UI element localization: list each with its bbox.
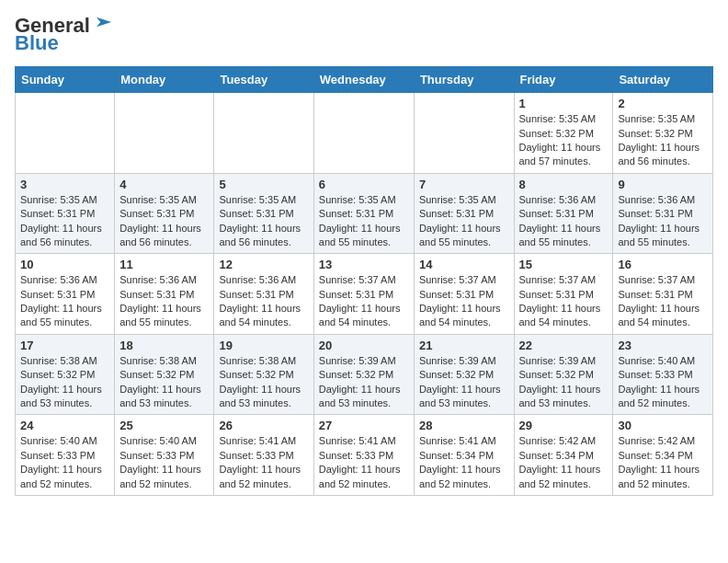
- calendar-week-3: 10Sunrise: 5:36 AM Sunset: 5:31 PM Dayli…: [16, 254, 713, 335]
- calendar-cell: 28Sunrise: 5:41 AM Sunset: 5:34 PM Dayli…: [414, 415, 514, 496]
- day-number: 7: [419, 178, 509, 191]
- weekday-header-sunday: Sunday: [16, 67, 115, 93]
- calendar-week-5: 24Sunrise: 5:40 AM Sunset: 5:33 PM Dayli…: [16, 415, 713, 496]
- day-info: Sunrise: 5:40 AM Sunset: 5:33 PM Dayligh…: [20, 434, 109, 491]
- day-number: 2: [618, 97, 708, 110]
- day-info: Sunrise: 5:35 AM Sunset: 5:31 PM Dayligh…: [419, 193, 509, 250]
- day-info: Sunrise: 5:39 AM Sunset: 5:32 PM Dayligh…: [419, 354, 509, 411]
- day-info: Sunrise: 5:35 AM Sunset: 5:32 PM Dayligh…: [519, 112, 609, 169]
- day-info: Sunrise: 5:38 AM Sunset: 5:32 PM Dayligh…: [219, 354, 308, 411]
- day-number: 11: [119, 258, 209, 271]
- calendar-cell: 21Sunrise: 5:39 AM Sunset: 5:32 PM Dayli…: [414, 334, 514, 415]
- day-info: Sunrise: 5:38 AM Sunset: 5:32 PM Dayligh…: [119, 354, 209, 411]
- calendar-cell: 25Sunrise: 5:40 AM Sunset: 5:33 PM Dayli…: [115, 415, 214, 496]
- day-number: 18: [119, 339, 209, 352]
- day-info: Sunrise: 5:36 AM Sunset: 5:31 PM Dayligh…: [618, 193, 708, 250]
- calendar-body: 1Sunrise: 5:35 AM Sunset: 5:32 PM Daylig…: [16, 93, 713, 496]
- day-info: Sunrise: 5:37 AM Sunset: 5:31 PM Dayligh…: [419, 273, 509, 330]
- day-info: Sunrise: 5:37 AM Sunset: 5:31 PM Dayligh…: [319, 273, 409, 330]
- day-number: 16: [618, 258, 708, 271]
- calendar-cell: 26Sunrise: 5:41 AM Sunset: 5:33 PM Dayli…: [214, 415, 313, 496]
- day-number: 30: [618, 419, 708, 432]
- day-number: 29: [519, 419, 609, 432]
- page-header: General Blue: [15, 15, 713, 55]
- day-number: 19: [219, 339, 308, 352]
- day-info: Sunrise: 5:38 AM Sunset: 5:32 PM Dayligh…: [20, 354, 109, 411]
- day-info: Sunrise: 5:35 AM Sunset: 5:31 PM Dayligh…: [119, 193, 209, 250]
- weekday-header-thursday: Thursday: [414, 67, 514, 93]
- day-number: 28: [419, 419, 509, 432]
- calendar-cell: [115, 93, 214, 174]
- calendar-cell: 11Sunrise: 5:36 AM Sunset: 5:31 PM Dayli…: [115, 254, 214, 335]
- day-number: 8: [519, 178, 609, 191]
- calendar-cell: 24Sunrise: 5:40 AM Sunset: 5:33 PM Dayli…: [16, 415, 115, 496]
- weekday-header-tuesday: Tuesday: [214, 67, 313, 93]
- calendar-cell: 3Sunrise: 5:35 AM Sunset: 5:31 PM Daylig…: [16, 173, 115, 254]
- day-number: 3: [20, 178, 109, 191]
- day-number: 24: [20, 419, 109, 432]
- day-info: Sunrise: 5:35 AM Sunset: 5:31 PM Dayligh…: [20, 193, 109, 250]
- day-info: Sunrise: 5:41 AM Sunset: 5:33 PM Dayligh…: [319, 434, 409, 491]
- day-info: Sunrise: 5:35 AM Sunset: 5:32 PM Dayligh…: [618, 112, 708, 169]
- day-number: 6: [319, 178, 409, 191]
- calendar-cell: 23Sunrise: 5:40 AM Sunset: 5:33 PM Dayli…: [613, 334, 713, 415]
- calendar-week-2: 3Sunrise: 5:35 AM Sunset: 5:31 PM Daylig…: [16, 173, 713, 254]
- day-number: 12: [219, 258, 308, 271]
- calendar-cell: 10Sunrise: 5:36 AM Sunset: 5:31 PM Dayli…: [16, 254, 115, 335]
- day-info: Sunrise: 5:35 AM Sunset: 5:31 PM Dayligh…: [319, 193, 409, 250]
- day-info: Sunrise: 5:36 AM Sunset: 5:31 PM Dayligh…: [219, 273, 308, 330]
- day-info: Sunrise: 5:40 AM Sunset: 5:33 PM Dayligh…: [119, 434, 209, 491]
- svg-marker-0: [97, 17, 111, 27]
- weekday-header-saturday: Saturday: [613, 67, 713, 93]
- day-number: 14: [419, 258, 509, 271]
- calendar-cell: 30Sunrise: 5:42 AM Sunset: 5:34 PM Dayli…: [613, 415, 713, 496]
- day-number: 21: [419, 339, 509, 352]
- day-number: 23: [618, 339, 708, 352]
- calendar-cell: 2Sunrise: 5:35 AM Sunset: 5:32 PM Daylig…: [613, 93, 713, 174]
- day-info: Sunrise: 5:41 AM Sunset: 5:33 PM Dayligh…: [219, 434, 308, 491]
- day-number: 1: [519, 97, 609, 110]
- day-number: 17: [20, 339, 109, 352]
- day-info: Sunrise: 5:40 AM Sunset: 5:33 PM Dayligh…: [618, 354, 708, 411]
- calendar-cell: 16Sunrise: 5:37 AM Sunset: 5:31 PM Dayli…: [613, 254, 713, 335]
- weekday-header-friday: Friday: [514, 67, 613, 93]
- day-info: Sunrise: 5:39 AM Sunset: 5:32 PM Dayligh…: [319, 354, 409, 411]
- day-number: 22: [519, 339, 609, 352]
- calendar-cell: 5Sunrise: 5:35 AM Sunset: 5:31 PM Daylig…: [214, 173, 313, 254]
- calendar-cell: 27Sunrise: 5:41 AM Sunset: 5:33 PM Dayli…: [313, 415, 414, 496]
- calendar-cell: 14Sunrise: 5:37 AM Sunset: 5:31 PM Dayli…: [414, 254, 514, 335]
- calendar-week-1: 1Sunrise: 5:35 AM Sunset: 5:32 PM Daylig…: [16, 93, 713, 174]
- day-info: Sunrise: 5:36 AM Sunset: 5:31 PM Dayligh…: [119, 273, 209, 330]
- day-info: Sunrise: 5:37 AM Sunset: 5:31 PM Dayligh…: [519, 273, 609, 330]
- day-number: 5: [219, 178, 308, 191]
- day-info: Sunrise: 5:42 AM Sunset: 5:34 PM Dayligh…: [618, 434, 708, 491]
- day-number: 9: [618, 178, 708, 191]
- calendar-table: SundayMondayTuesdayWednesdayThursdayFrid…: [15, 66, 713, 496]
- calendar-cell: 7Sunrise: 5:35 AM Sunset: 5:31 PM Daylig…: [414, 173, 514, 254]
- logo-arrow-icon: [94, 12, 114, 32]
- day-info: Sunrise: 5:39 AM Sunset: 5:32 PM Dayligh…: [519, 354, 609, 411]
- day-number: 27: [319, 419, 409, 432]
- calendar-cell: [414, 93, 514, 174]
- calendar-cell: 17Sunrise: 5:38 AM Sunset: 5:32 PM Dayli…: [16, 334, 115, 415]
- day-info: Sunrise: 5:42 AM Sunset: 5:34 PM Dayligh…: [519, 434, 609, 491]
- day-number: 20: [319, 339, 409, 352]
- day-number: 10: [20, 258, 109, 271]
- day-info: Sunrise: 5:36 AM Sunset: 5:31 PM Dayligh…: [20, 273, 109, 330]
- day-info: Sunrise: 5:36 AM Sunset: 5:31 PM Dayligh…: [519, 193, 609, 250]
- calendar-cell: 13Sunrise: 5:37 AM Sunset: 5:31 PM Dayli…: [313, 254, 414, 335]
- day-info: Sunrise: 5:35 AM Sunset: 5:31 PM Dayligh…: [219, 193, 308, 250]
- day-info: Sunrise: 5:37 AM Sunset: 5:31 PM Dayligh…: [618, 273, 708, 330]
- day-number: 25: [119, 419, 209, 432]
- calendar-cell: 12Sunrise: 5:36 AM Sunset: 5:31 PM Dayli…: [214, 254, 313, 335]
- calendar-cell: 4Sunrise: 5:35 AM Sunset: 5:31 PM Daylig…: [115, 173, 214, 254]
- calendar-cell: [214, 93, 313, 174]
- day-number: 4: [119, 178, 209, 191]
- calendar-cell: [16, 93, 115, 174]
- logo: General Blue: [15, 15, 114, 55]
- calendar-cell: 18Sunrise: 5:38 AM Sunset: 5:32 PM Dayli…: [115, 334, 214, 415]
- weekday-header-row: SundayMondayTuesdayWednesdayThursdayFrid…: [16, 67, 713, 93]
- calendar-cell: 15Sunrise: 5:37 AM Sunset: 5:31 PM Dayli…: [514, 254, 613, 335]
- calendar-cell: 8Sunrise: 5:36 AM Sunset: 5:31 PM Daylig…: [514, 173, 613, 254]
- calendar-week-4: 17Sunrise: 5:38 AM Sunset: 5:32 PM Dayli…: [16, 334, 713, 415]
